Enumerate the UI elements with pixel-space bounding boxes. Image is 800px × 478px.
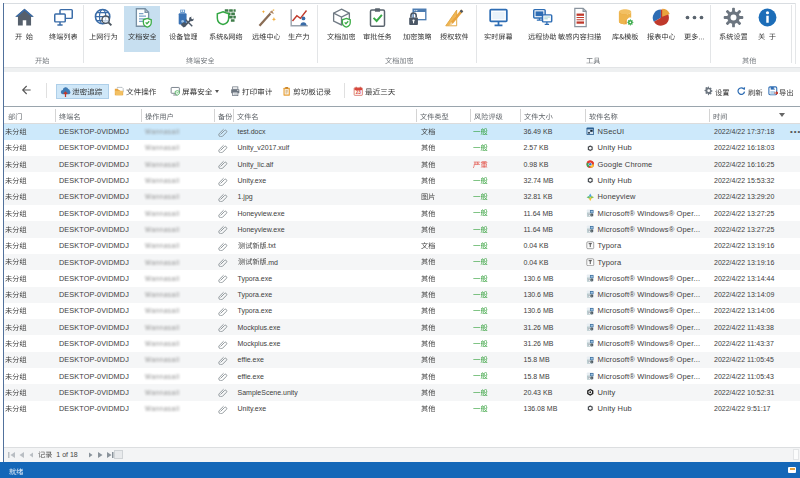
svg-text:23: 23 xyxy=(356,90,362,95)
